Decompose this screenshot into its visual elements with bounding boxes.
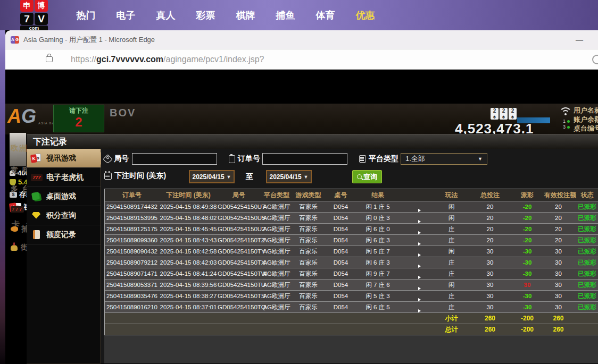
- cell-bet-time: 2025-04-15 08:48:02: [159, 215, 218, 221]
- table-row: 2504150890904322025-04-15 08:42:58GD0542…: [105, 246, 598, 257]
- fish-icon: [11, 226, 18, 232]
- date-range-to-label: 至: [246, 172, 253, 182]
- cell-valid-bet: 20: [544, 204, 572, 210]
- nav-item-热门[interactable]: 热门: [66, 9, 106, 22]
- cell-result: 闲 0 庄 3: [358, 214, 397, 222]
- dealt-cards: 2♠2♠2♠: [491, 108, 517, 120]
- status-dot-icon: [567, 120, 570, 123]
- cell-bet-time: 2025-04-15 08:38:27: [159, 293, 218, 299]
- column-header: 有效投注额: [544, 191, 572, 200]
- refresh-icon[interactable]: [592, 55, 598, 64]
- cell-round-number: GD054254150TQ: [218, 304, 260, 310]
- cell-bet-time: 2025-04-15 08:42:58: [159, 248, 218, 255]
- nav-item-彩票[interactable]: 彩票: [186, 9, 226, 22]
- logo-char-bo: 博: [35, 0, 48, 12]
- cell-bet-time: 2025-04-15 08:45:45: [159, 226, 218, 232]
- nav-item-棋牌[interactable]: 棋牌: [226, 9, 265, 22]
- cell-order-number: 250415089035476: [105, 293, 159, 299]
- table-row: 2504150891744322025-04-15 08:49:38GD0542…: [105, 201, 598, 213]
- logo-char-shen: 申: [20, 0, 34, 12]
- cell-status: 已派彩: [572, 214, 598, 222]
- column-header: 游戏类型: [293, 191, 323, 200]
- cell-valid-bet: 30: [544, 270, 572, 277]
- chevron-down-icon: ▼: [478, 156, 483, 162]
- nav-item-优惠[interactable]: 优惠: [345, 9, 385, 22]
- cell-bet-time: 2025-04-15 08:37:01: [159, 304, 218, 310]
- cell-table-number: D054: [323, 304, 358, 310]
- sidebar-item-label: 电子老虎机: [46, 173, 84, 182]
- nav-item-真人[interactable]: 真人: [146, 9, 186, 22]
- cell-play-side: 庄: [433, 292, 470, 300]
- cell-round-number: GD054254150U2: [218, 226, 260, 232]
- date-to-select[interactable]: 2025/04/15▼: [266, 170, 312, 183]
- sidebar-item-额度记录[interactable]: 额度记录: [27, 225, 101, 244]
- cell-platform: AG欧洲厅: [260, 225, 293, 233]
- cell-table-number: D054: [323, 293, 358, 299]
- sidebar-item-label: 桌面游戏: [46, 192, 76, 201]
- subtotal-row-payout: -200: [510, 315, 544, 322]
- logo-char-7: 7: [20, 13, 34, 25]
- sidebar-item-视讯游戏[interactable]: K9视讯游戏: [27, 149, 101, 168]
- address-bar[interactable]: https://gci.7vvvvvv.com/agingame/pcv1/in…: [5, 49, 598, 70]
- cell-valid-bet: 30: [544, 304, 572, 310]
- date-from-select[interactable]: 2025/04/15▼: [189, 170, 235, 183]
- order-number-input[interactable]: [262, 153, 347, 165]
- round-number-input[interactable]: [132, 153, 217, 165]
- total-row-bet: 260: [470, 326, 510, 333]
- cell-game-type: 百家乐: [293, 248, 323, 256]
- sidebar-item-积分查询[interactable]: 积分查询: [27, 206, 101, 225]
- nav-item-电子[interactable]: 电子: [106, 9, 146, 22]
- nav-item-体育[interactable]: 体育: [305, 9, 345, 22]
- cell-game-type: 百家乐: [293, 270, 323, 278]
- calendar-icon: [104, 173, 112, 180]
- column-header: 玩法: [433, 191, 470, 200]
- casino-background-strip: A G ASIA GAMING 请下注 2 BOV 2♠2♠2♠ 4,523,4…: [5, 104, 598, 134]
- wifi-icon: [559, 107, 572, 117]
- cell-table-number: D054: [323, 248, 358, 255]
- tag-icon: [103, 154, 112, 164]
- cell-play-side: 闲: [433, 214, 470, 222]
- minimize-button[interactable]: —: [566, 36, 593, 44]
- window-titlebar[interactable]: AG Asia Gaming - 用户配置 1 - Microsoft Edge…: [5, 30, 598, 49]
- url-text[interactable]: https://gci.7vvvvvv.com/agingame/pcv1/in…: [71, 55, 264, 64]
- account-label: 桌台编号: [574, 124, 598, 133]
- column-header: 总投注: [470, 191, 510, 200]
- cell-order-number: 250415089099360: [105, 237, 159, 243]
- cell-game-type: 百家乐: [293, 292, 323, 300]
- cell-round-number: GD054254150TW: [218, 270, 260, 277]
- sidebar-item-label: 额度记录: [46, 230, 76, 240]
- document-icon: [33, 230, 40, 239]
- platform-type-select[interactable]: 1.全部 ▼: [401, 153, 487, 165]
- cell-order-number: 250415089153995: [105, 215, 159, 221]
- cell-round-number: GD054254150TU: [218, 282, 260, 288]
- site-logo[interactable]: 申 博 7 V com: [19, 0, 49, 30]
- cell-platform: AG欧洲厅: [260, 248, 293, 256]
- column-header: 平台类型: [260, 191, 293, 200]
- slots-icon: 777: [31, 172, 43, 183]
- search-button[interactable]: 查询: [352, 170, 382, 183]
- cell-total-bet: 20: [470, 237, 510, 243]
- status-dot-icon: [567, 126, 570, 129]
- cell-game-type: 百家乐: [293, 225, 323, 233]
- cell-total-bet: 30: [470, 293, 510, 299]
- cell-order-number: 250415089053371: [105, 282, 159, 288]
- sidebar-item-电子老虎机[interactable]: 777电子老虎机: [27, 168, 101, 187]
- modal-title: 下注记录: [27, 134, 598, 149]
- cell-payout: -20: [510, 237, 544, 243]
- cell-status: 已派彩: [572, 203, 598, 211]
- cell-bet-time: 2025-04-15 08:43:43: [159, 237, 218, 243]
- cell-status: 已派彩: [572, 303, 598, 311]
- cell-table-number: D054: [323, 270, 358, 277]
- subtotal-row: 小计260-200260: [105, 313, 598, 324]
- table-row: 2504150890533712025-04-15 08:39:56GD0542…: [105, 280, 598, 291]
- page-background-strip: [0, 30, 5, 364]
- cell-order-number: 250415089125175: [105, 226, 159, 232]
- cell-game-type: 百家乐: [293, 236, 323, 244]
- cell-payout: -30: [510, 293, 544, 299]
- table-row: 2504150890162102025-04-15 08:37:01GD0542…: [105, 302, 598, 313]
- cell-play-side: 庄: [433, 270, 470, 278]
- nav-item-捕鱼[interactable]: 捕鱼: [265, 9, 305, 22]
- account-labels: 用户名称账户余额桌台编号: [574, 106, 598, 133]
- sidebar-item-桌面游戏[interactable]: 桌面游戏: [27, 187, 101, 206]
- cell-table-number: D054: [323, 237, 358, 243]
